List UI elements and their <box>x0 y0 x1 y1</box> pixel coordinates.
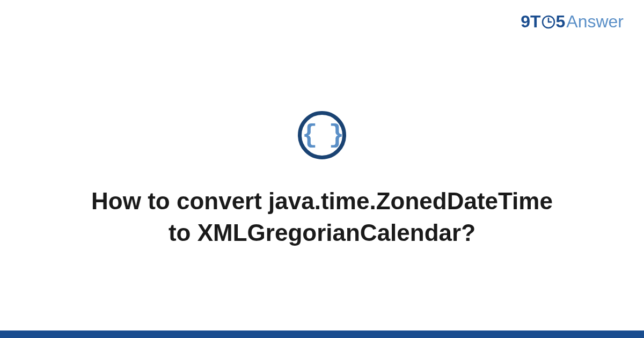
code-braces-icon: { } <box>298 111 346 159</box>
page-title: How to convert java.time.ZonedDateTime t… <box>80 185 564 249</box>
braces-glyph: { } <box>302 122 342 148</box>
main-content: { } How to convert java.time.ZonedDateTi… <box>0 0 644 338</box>
footer-bar <box>0 330 644 338</box>
